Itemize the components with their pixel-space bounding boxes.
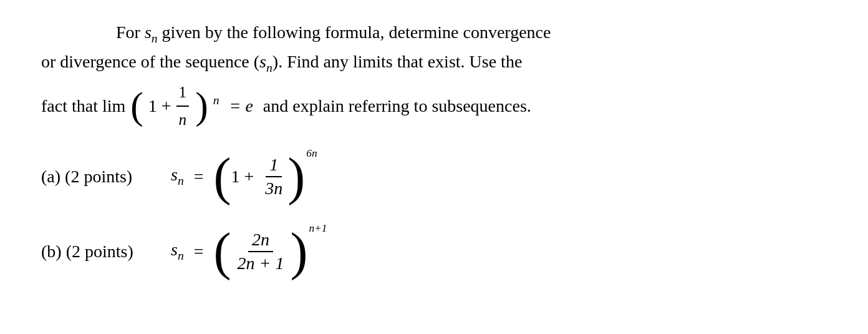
part-b-formula: ( 2n 2n + 1 ) n+1 xyxy=(214,225,327,278)
open-paren-b: ( xyxy=(214,225,231,278)
fact-line: fact that lim ( 1 + 1 n )n = e and expla… xyxy=(41,80,839,133)
part-b: (b) (2 points) sn = ( 2n 2n + 1 ) n+1 xyxy=(41,225,839,278)
one-plus-a: 1 + xyxy=(231,167,254,187)
problem-intro: For sn given by the following formula, d… xyxy=(41,19,839,133)
part-a-exp: 6n xyxy=(306,147,317,160)
page-content: For sn given by the following formula, d… xyxy=(29,0,839,278)
part-b-frac-den: 2n + 1 xyxy=(233,252,287,273)
sn-var: sn xyxy=(145,22,158,42)
part-a-equals: = xyxy=(194,167,204,187)
part-a-paren-expr: ( 1 + 1 3n ) xyxy=(214,150,306,203)
intro-line2: or divergence of the sequence (sn). Find… xyxy=(41,48,839,77)
open-paren-fact: ( xyxy=(130,87,143,125)
part-b-paren-expr: ( 2n 2n + 1 ) xyxy=(214,225,308,278)
part-a-fraction: 1 3n xyxy=(261,155,286,199)
close-paren-b: ) xyxy=(290,225,307,278)
fact-inner: 1 + 1 n xyxy=(148,80,190,133)
intro-rest2: ). Find any limits that exist. Use the xyxy=(272,52,523,71)
fact-equals: = e xyxy=(229,92,253,120)
open-paren-a: ( xyxy=(214,150,231,203)
part-a-sn: sn xyxy=(171,165,184,188)
part-a: (a) (2 points) sn = ( 1 + 1 3n ) 6n xyxy=(41,150,839,203)
fact-fraction: 1 n xyxy=(176,80,190,133)
fact-frac-den: n xyxy=(176,107,190,132)
part-a-inner: 1 + 1 3n xyxy=(231,155,287,199)
part-b-fraction: 2n 2n + 1 xyxy=(233,230,287,273)
part-b-frac-num: 2n xyxy=(248,230,273,252)
intro-line1: For sn given by the following formula, d… xyxy=(41,19,839,48)
sn-seq: sn xyxy=(259,52,272,71)
part-b-label: (b) (2 points) xyxy=(41,242,166,262)
intro-text2: or divergence of the sequence ( xyxy=(41,52,259,71)
part-b-sn: sn xyxy=(171,240,184,263)
fact-exp: n xyxy=(213,91,219,110)
for-label: For xyxy=(116,22,145,42)
part-a-frac-num: 1 xyxy=(266,155,282,177)
part-b-equals: = xyxy=(194,242,204,262)
intro-rest1: given by the following formula, determin… xyxy=(158,22,551,42)
fact-label: fact that lim xyxy=(41,92,125,120)
part-a-label: (a) (2 points) xyxy=(41,167,166,187)
part-a-frac-den: 3n xyxy=(261,177,286,199)
one-plus-fact: 1 + xyxy=(148,92,171,120)
part-a-formula: ( 1 + 1 3n ) 6n xyxy=(214,150,317,203)
fact-rest: and explain referring to subsequences. xyxy=(263,92,531,120)
part-b-exp: n+1 xyxy=(309,222,327,235)
close-paren-fact: ) xyxy=(195,87,208,125)
fact-frac-num: 1 xyxy=(176,80,190,107)
close-paren-a: ) xyxy=(287,150,305,203)
